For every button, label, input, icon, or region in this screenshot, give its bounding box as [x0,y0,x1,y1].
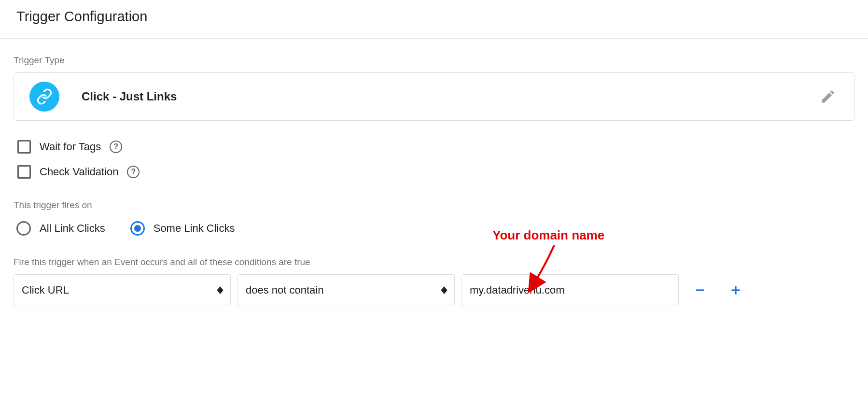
trigger-type-label: Trigger Type [14,55,854,66]
check-validation-label: Check Validation [40,166,118,178]
fires-on-label: This trigger fires on [14,200,854,211]
radio-icon [130,221,145,236]
condition-variable-select[interactable]: Click URL [14,274,231,306]
radio-all-link-clicks[interactable]: All Link Clicks [16,221,105,236]
wait-for-tags-checkbox[interactable] [17,140,31,154]
trigger-type-selector[interactable]: Click - Just Links [14,72,854,121]
svg-rect-0 [696,289,704,291]
wait-for-tags-label: Wait for Tags [40,141,101,153]
help-icon[interactable]: ? [110,141,122,153]
panel-header: Trigger Configuration [0,0,868,39]
select-arrows-icon [217,286,224,294]
condition-value-input[interactable] [462,274,679,306]
svg-rect-2 [731,289,740,291]
fires-on-radio-group: All Link Clicks Some Link Clicks [16,221,854,236]
trigger-type-name: Click - Just Links [82,90,177,103]
edit-icon[interactable] [816,85,840,108]
condition-operator-select[interactable]: does not contain [238,274,455,306]
add-condition-button[interactable] [721,276,750,305]
help-icon[interactable]: ? [127,166,140,178]
panel-title: Trigger Configuration [16,9,852,25]
remove-condition-button[interactable] [686,276,714,305]
radio-some-link-clicks[interactable]: Some Link Clicks [130,221,235,236]
annotation-text: Your domain name [492,228,604,243]
check-validation-checkbox[interactable] [17,165,31,179]
condition-label: Fire this trigger when an Event occurs a… [14,257,854,268]
select-arrows-icon [441,286,448,294]
condition-row: Click URL does not contain [14,274,854,306]
radio-icon [16,221,31,236]
link-icon [29,82,59,112]
